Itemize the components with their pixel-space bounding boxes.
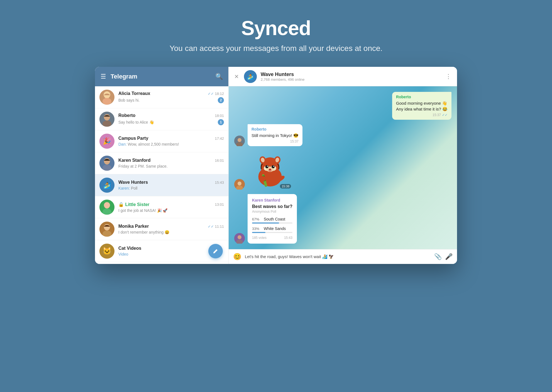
poll-type: Anonymous Poll xyxy=(252,210,292,214)
sidebar-header: ☰ Telegram 🔍 xyxy=(95,67,228,86)
message-input[interactable] xyxy=(245,254,431,259)
chat-info-monika: Monika Parker ✓✓ 11:11 I don't remember … xyxy=(118,224,224,234)
app-window: ☰ Telegram 🔍 Alicia Torreaux ✓✓ 18:12 xyxy=(95,67,457,264)
svg-text:🐱: 🐱 xyxy=(102,246,112,255)
chat-item-alicia[interactable]: Alicia Torreaux ✓✓ 18:12 Bob says hi. 2 xyxy=(95,86,228,108)
chat-header-avatar: 🏄 xyxy=(244,70,257,83)
poll-bubble: Karen Stanford Best waves so far? Anonym… xyxy=(248,194,297,244)
svg-point-29 xyxy=(238,138,241,142)
messages-area: Roberto Good morning everyone 👋Any idea … xyxy=(229,86,457,249)
message-bubble-out: Roberto Good morning everyone 👋Any idea … xyxy=(392,92,451,120)
chat-name-monika: Monika Parker xyxy=(118,224,149,229)
svg-point-53 xyxy=(274,177,281,182)
search-icon[interactable]: 🔍 xyxy=(215,73,223,80)
hero-subtitle: You can access your messages from all yo… xyxy=(170,44,383,53)
message-in-roberto: Roberto Still morning in Tokyo! 😎 15:37 xyxy=(234,124,451,146)
unread-badge-roberto: 1 xyxy=(218,119,224,125)
right-panel: ✕ 🏄 Wave Hunters 2,768 members, 496 onli… xyxy=(229,67,457,264)
chat-name-karen: Karen Stanford xyxy=(118,158,151,163)
sidebar-title: Telegram xyxy=(111,73,211,80)
in-msg-text-roberto: Still morning in Tokyo! 😎 xyxy=(251,133,299,138)
chat-item-monika[interactable]: Monika Parker ✓✓ 11:11 I don't remember … xyxy=(95,218,228,240)
avatar-wave: 🏄 xyxy=(99,178,114,193)
in-sender-name-roberto: Roberto xyxy=(251,127,299,131)
poll-time: 15:43 xyxy=(284,236,292,240)
emoji-button[interactable]: 😊 xyxy=(233,253,241,261)
chat-item-karen[interactable]: Karen Stanford 16:01 Friday at 2 PM. Sam… xyxy=(95,152,228,174)
hero-title: Synced xyxy=(241,17,311,40)
chat-item-roberto[interactable]: Roberto 18:01 Say hello to Alice 👋 1 xyxy=(95,108,228,130)
svg-point-55 xyxy=(238,235,241,239)
message-poll: Karen Stanford Best waves so far? Anonym… xyxy=(234,194,451,244)
svg-point-39 xyxy=(265,165,268,168)
chat-name-alicia: Alicia Torreaux xyxy=(118,91,150,96)
avatar-monika xyxy=(99,222,114,237)
sticker-bubble: 15:38 xyxy=(248,151,292,190)
chat-name-roberto: Roberto xyxy=(118,113,135,118)
chat-item-sister[interactable]: 🔒 Little Sister 13:01 I got the job at N… xyxy=(95,196,228,218)
avatar-roberto xyxy=(99,112,114,127)
chat-item-campus[interactable]: 🎉 Campus Party 17:42 Dan: Wow, almost 2,… xyxy=(95,130,228,152)
avatar-cat: 🐱 xyxy=(99,244,114,259)
chat-preview-alicia: Bob says hi. xyxy=(118,98,140,102)
msg-avatar-roberto xyxy=(234,136,245,146)
svg-text:🏄: 🏄 xyxy=(103,182,111,189)
input-bar: 😊 📎 🎤 xyxy=(229,249,457,264)
chat-info-roberto: Roberto 18:01 Say hello to Alice 👋 1 xyxy=(118,113,224,125)
hamburger-icon[interactable]: ☰ xyxy=(101,73,106,80)
out-msg-text: Good morning everyone 👋Any idea what tim… xyxy=(396,100,448,112)
avatar-alicia xyxy=(99,90,114,105)
chat-preview-roberto: Say hello to Alice 👋 xyxy=(118,120,154,124)
message-sticker: 15:38 xyxy=(234,151,451,190)
poll-question: Best waves so far? xyxy=(252,204,292,209)
more-options-icon[interactable]: ⋮ xyxy=(445,73,451,80)
msg-avatar-sticker xyxy=(234,179,245,190)
poll-label-2: White Sands xyxy=(264,226,286,231)
svg-text:🎉: 🎉 xyxy=(103,137,111,145)
chat-time-wave: 15:43 xyxy=(215,180,224,185)
chat-info-alicia: Alicia Torreaux ✓✓ 18:12 Bob says hi. 2 xyxy=(118,91,224,103)
mic-icon[interactable]: 🎤 xyxy=(445,253,453,260)
chat-header-status: 2,768 members, 496 online xyxy=(261,77,441,82)
avatar-karen xyxy=(99,156,114,171)
message-out-roberto: Roberto Good morning everyone 👋Any idea … xyxy=(234,92,451,120)
chat-time-sister: 13:01 xyxy=(215,202,224,207)
out-msg-time: 15:37 xyxy=(433,113,441,117)
sticker-image xyxy=(248,151,292,190)
compose-button[interactable] xyxy=(208,244,223,258)
svg-point-40 xyxy=(272,165,275,168)
chat-name-wave: Wave Hunters xyxy=(118,180,148,185)
svg-point-32 xyxy=(238,182,241,185)
chat-time-alicia: ✓✓ 18:12 xyxy=(208,92,224,96)
chat-time-karen: 16:01 xyxy=(215,158,224,163)
svg-text:🏄: 🏄 xyxy=(247,73,254,80)
chat-preview-karen: Friday at 2 PM. Same place. xyxy=(118,164,168,168)
chat-item-wave[interactable]: 🏄 Wave Hunters 15:43 Karen: Poll xyxy=(95,174,228,196)
chat-name-campus: Campus Party xyxy=(118,136,148,141)
attach-icon[interactable]: 📎 xyxy=(434,253,442,260)
chat-name-cat: Cat Videos xyxy=(118,246,141,251)
poll-pct-2: 33% xyxy=(252,227,262,231)
poll-bar-1 xyxy=(252,222,279,224)
chat-preview-cat: Video xyxy=(118,252,128,256)
poll-sender: Karen Stanford xyxy=(252,198,292,202)
left-panel-inner: Alicia Torreaux ✓✓ 18:12 Bob says hi. 2 xyxy=(95,86,228,264)
messages-content: Roberto Good morning everyone 👋Any idea … xyxy=(234,92,451,244)
out-sender-name: Roberto xyxy=(396,95,448,99)
chat-preview-sister: I got the job at NASA! 🎉 🚀 xyxy=(118,208,167,213)
svg-point-19 xyxy=(104,202,110,208)
poll-label-1: South Coast xyxy=(264,217,285,221)
chat-info-wave: Wave Hunters 15:43 Karen: Poll xyxy=(118,180,224,190)
svg-point-2 xyxy=(102,98,111,105)
in-msg-time-roberto: 15:37 xyxy=(290,139,299,143)
close-icon[interactable]: ✕ xyxy=(234,73,239,80)
chat-info-sister: 🔒 Little Sister 13:01 I got the job at N… xyxy=(118,202,224,213)
unread-badge-alicia: 2 xyxy=(218,97,224,103)
svg-point-52 xyxy=(258,176,266,181)
chat-list: Alicia Torreaux ✓✓ 18:12 Bob says hi. 2 xyxy=(95,86,228,264)
poll-option-1: 67% South Coast xyxy=(252,217,292,224)
chat-header-info: Wave Hunters 2,768 members, 496 online xyxy=(261,72,441,82)
avatar-campus: 🎉 xyxy=(99,134,114,149)
msg-avatar-karen xyxy=(234,233,245,244)
out-msg-check: ✓✓ xyxy=(442,113,448,117)
